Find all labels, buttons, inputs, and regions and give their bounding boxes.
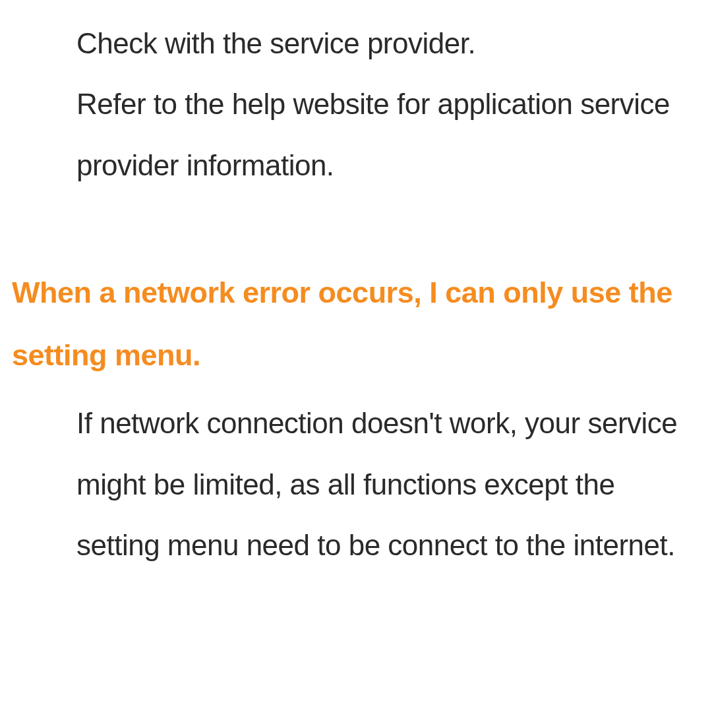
body-paragraph-3: If network connection doesn't work, your… — [12, 393, 700, 576]
section-1: Check with the service provider. Refer t… — [12, 13, 700, 196]
body-paragraph-2: Refer to the help website for applicatio… — [12, 74, 700, 196]
section-heading: When a network error occurs, I can only … — [12, 262, 700, 386]
section-2: When a network error occurs, I can only … — [12, 262, 700, 576]
body-paragraph-1: Check with the service provider. — [12, 13, 700, 74]
